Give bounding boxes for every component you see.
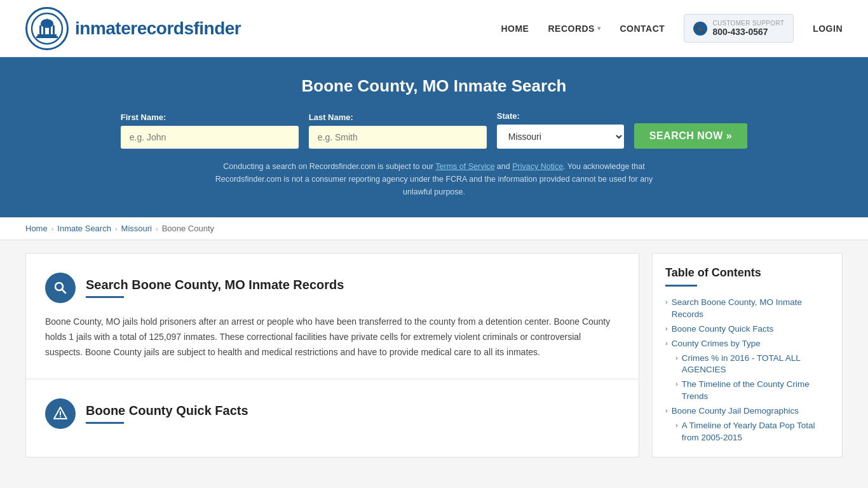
nav-records[interactable]: RECORDS ▾ — [548, 24, 600, 34]
privacy-link[interactable]: Privacy Notice — [512, 162, 563, 171]
toc-link-2[interactable]: County Crimes by Type — [672, 338, 761, 350]
toc-item-0: › Search Boone County, MO Inmate Records — [665, 297, 829, 321]
right-sidebar: Table of Contents › Search Boone County,… — [652, 253, 843, 458]
terms-link[interactable]: Terms of Service — [435, 162, 494, 171]
logo-text: inmaterecordsfinder — [75, 18, 241, 39]
first-name-label: First Name: — [121, 112, 166, 122]
last-name-label: Last Name: — [309, 112, 353, 122]
toc-link-6[interactable]: A Timeline of Yearly Data Pop Total from… — [682, 420, 829, 444]
last-name-group: Last Name: — [309, 112, 487, 149]
search-form: First Name: Last Name: State: Missouri S… — [25, 111, 843, 149]
toc-title: Table of Contents — [665, 266, 829, 280]
nav-records-label: RECORDS — [548, 24, 595, 34]
support-text: CUSTOMER SUPPORT 800-433-0567 — [712, 20, 784, 37]
toc-chevron-3: › — [675, 354, 678, 362]
logo-area: inmaterecordsfinder — [25, 7, 241, 50]
disclaimer-text: Conducting a search on Recordsfinder.com… — [212, 160, 656, 198]
svg-point-0 — [32, 13, 62, 44]
nav-contact[interactable]: CONTACT — [620, 24, 665, 34]
svg-rect-6 — [53, 25, 55, 34]
search-button[interactable]: SEARCH NOW » — [634, 123, 747, 149]
toc-item-6: › A Timeline of Yearly Data Pop Total fr… — [665, 420, 829, 444]
breadcrumb: Home › Inmate Search › Missouri › Boone … — [0, 217, 868, 240]
toc-underline — [665, 285, 697, 287]
logo-icon — [25, 7, 69, 50]
section1-body: Boone County, MO jails hold prisoners af… — [45, 315, 620, 360]
section1-title: Search Boone County, MO Inmate Records — [86, 278, 344, 292]
logo-text-regular: inmaterecords — [75, 18, 193, 38]
toc-link-0[interactable]: Search Boone County, MO Inmate Records — [672, 297, 829, 321]
warning-section-icon — [45, 398, 76, 429]
svg-point-13 — [60, 416, 61, 417]
main-nav: HOME RECORDS ▾ CONTACT 📞 CUSTOMER SUPPOR… — [501, 14, 843, 43]
toc-chevron-5: › — [665, 407, 668, 414]
logo-text-bold: finder — [193, 18, 241, 38]
toc-chevron-1: › — [665, 325, 668, 332]
state-select[interactable]: Missouri — [497, 125, 624, 149]
table-of-contents: Table of Contents › Search Boone County,… — [652, 253, 843, 458]
svg-rect-9 — [47, 18, 48, 24]
records-chevron-icon: ▾ — [597, 25, 601, 32]
search-section-icon — [45, 273, 76, 303]
svg-rect-7 — [37, 34, 57, 36]
nav-home[interactable]: HOME — [501, 24, 529, 34]
main-content: Search Boone County, MO Inmate Records B… — [0, 240, 868, 470]
toc-link-5[interactable]: Boone County Jail Demographics — [672, 405, 799, 417]
header: inmaterecordsfinder HOME RECORDS ▾ CONTA… — [0, 0, 868, 57]
svg-rect-5 — [49, 25, 51, 34]
toc-link-3[interactable]: Crimes % in 2016 - TOTAL ALL AGENCIES — [682, 353, 829, 377]
section-inmate-records: Search Boone County, MO Inmate Records B… — [25, 253, 639, 379]
breadcrumb-county: Boone County — [162, 224, 214, 233]
toc-link-4[interactable]: The Timeline of the County Crime Trends — [682, 379, 829, 403]
customer-support-button[interactable]: 📞 CUSTOMER SUPPORT 800-433-0567 — [684, 14, 794, 43]
svg-rect-4 — [43, 25, 45, 34]
svg-rect-2 — [41, 24, 53, 25]
section2-header: Boone County Quick Facts — [45, 398, 620, 429]
breadcrumb-home[interactable]: Home — [25, 224, 48, 233]
hero-title: Boone County, MO Inmate Search — [25, 76, 843, 96]
section1-underline — [86, 296, 124, 298]
toc-item-3: › Crimes % in 2016 - TOTAL ALL AGENCIES — [665, 353, 829, 377]
toc-chevron-2: › — [665, 339, 668, 347]
state-label: State: — [497, 111, 520, 121]
section2-underline — [86, 422, 124, 424]
state-group: State: Missouri — [497, 111, 624, 149]
toc-chevron-0: › — [665, 298, 668, 306]
first-name-input[interactable] — [121, 126, 299, 149]
breadcrumb-state[interactable]: Missouri — [121, 224, 152, 233]
toc-item-4: › The Timeline of the County Crime Trend… — [665, 379, 829, 403]
svg-rect-8 — [36, 36, 58, 38]
svg-rect-3 — [39, 25, 41, 34]
toc-item-2: › County Crimes by Type — [665, 338, 829, 350]
first-name-group: First Name: — [121, 112, 299, 149]
toc-list: › Search Boone County, MO Inmate Records… — [665, 297, 829, 444]
toc-chevron-6: › — [675, 421, 678, 429]
login-button[interactable]: LOGIN — [813, 24, 843, 34]
toc-chevron-4: › — [675, 380, 678, 388]
section-quick-facts: Boone County Quick Facts — [25, 379, 639, 458]
toc-item-1: › Boone County Quick Facts — [665, 323, 829, 336]
phone-icon: 📞 — [693, 22, 707, 36]
breadcrumb-sep-3: › — [156, 225, 158, 233]
toc-link-1[interactable]: Boone County Quick Facts — [672, 323, 774, 336]
section1-header: Search Boone County, MO Inmate Records — [45, 273, 620, 303]
section2-title-block: Boone County Quick Facts — [86, 403, 248, 424]
breadcrumb-sep-2: › — [115, 225, 118, 233]
breadcrumb-inmate-search[interactable]: Inmate Search — [57, 224, 111, 233]
breadcrumb-sep-1: › — [51, 225, 54, 233]
hero-section: Boone County, MO Inmate Search First Nam… — [0, 57, 868, 217]
section1-title-block: Search Boone County, MO Inmate Records — [86, 278, 344, 298]
left-column: Search Boone County, MO Inmate Records B… — [25, 253, 639, 458]
last-name-input[interactable] — [309, 126, 487, 149]
support-number: 800-433-0567 — [712, 27, 784, 37]
section2-title: Boone County Quick Facts — [86, 403, 248, 418]
toc-item-5: › Boone County Jail Demographics — [665, 405, 829, 417]
support-label: CUSTOMER SUPPORT — [712, 20, 784, 27]
svg-line-11 — [62, 290, 66, 294]
